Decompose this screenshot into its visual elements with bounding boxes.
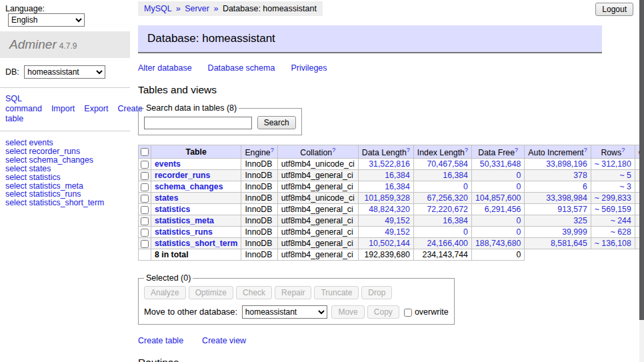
data-free-link[interactable]: 50,331,648: [480, 159, 521, 169]
sidebar-select-states[interactable]: select states: [5, 165, 125, 173]
check-button[interactable]: Check: [236, 286, 272, 299]
move-db-select[interactable]: homeassistant: [242, 305, 327, 319]
create-table-link[interactable]: Create table: [138, 336, 183, 345]
data-length-link[interactable]: 49,152: [385, 216, 410, 225]
data-free-link[interactable]: 0: [517, 216, 521, 225]
data-length-link[interactable]: 49,152: [385, 227, 410, 237]
database-schema-link[interactable]: Database schema: [208, 63, 275, 73]
row-checkbox[interactable]: [141, 240, 149, 248]
rows-link[interactable]: ~ 136,108: [595, 239, 631, 248]
index-length-link[interactable]: 67,256,320: [427, 193, 468, 203]
language-select[interactable]: English: [8, 13, 85, 27]
table-link-statistics_short_term[interactable]: statistics_short_term: [155, 239, 237, 248]
overwrite-option[interactable]: overwrite: [404, 307, 448, 317]
sidebar-select-statistics_short_term[interactable]: select statistics_short_term: [5, 199, 125, 207]
row-checkbox[interactable]: [141, 161, 149, 169]
rows-link[interactable]: ~ 312,180: [595, 159, 631, 169]
auto-increment-link[interactable]: 325: [573, 216, 587, 225]
data-free-link[interactable]: 104,857,600: [475, 193, 521, 203]
logout-button[interactable]: Logout: [595, 3, 633, 16]
data-length-link[interactable]: 31,522,816: [369, 159, 410, 169]
data-length-link[interactable]: 48,824,320: [369, 205, 410, 214]
privileges-link[interactable]: Privileges: [291, 63, 327, 73]
rows-link[interactable]: ~ 628: [611, 227, 631, 237]
auto-increment-link[interactable]: 33,398,984: [546, 193, 587, 203]
sidebar-select-recorder_runs[interactable]: select recorder_runs: [5, 147, 125, 156]
data-free-link[interactable]: 6,291,456: [485, 205, 521, 214]
breadcrumb-mysql-link[interactable]: MySQL: [144, 4, 171, 13]
data-free-link[interactable]: 0: [517, 171, 521, 180]
row-checkbox[interactable]: [141, 217, 149, 225]
help-link[interactable]: ?: [584, 147, 587, 153]
repair-button[interactable]: Repair: [275, 286, 311, 299]
tables-and-views-heading: Tables and views: [138, 84, 610, 96]
auto-increment-link[interactable]: 913,577: [557, 205, 587, 214]
row-checkbox[interactable]: [141, 206, 149, 214]
index-length-link[interactable]: 0: [463, 227, 468, 237]
help-link[interactable]: ?: [621, 147, 625, 153]
auto-increment-link[interactable]: 8,581,645: [551, 239, 587, 248]
table-link-schema_changes[interactable]: schema_changes: [155, 182, 223, 191]
analyze-button[interactable]: Analyze: [144, 286, 186, 299]
auto-increment-cell: 33,898,196: [525, 159, 591, 170]
rows-link[interactable]: ~ 569,159: [595, 205, 631, 214]
row-checkbox[interactable]: [141, 195, 149, 203]
sidebar-select-statistics[interactable]: select statistics: [5, 173, 125, 182]
sidebar-select-schema_changes[interactable]: select schema_changes: [5, 156, 125, 165]
alter-database-link[interactable]: Alter database: [138, 63, 192, 73]
row-checkbox[interactable]: [141, 172, 149, 180]
data-length-link[interactable]: 16,384: [385, 171, 410, 180]
optimize-button[interactable]: Optimize: [189, 286, 233, 299]
data-length-link[interactable]: 16,384: [385, 182, 410, 191]
scrollbar[interactable]: [639, 0, 644, 362]
move-button[interactable]: Move: [331, 305, 364, 319]
create-view-link[interactable]: Create view: [202, 336, 246, 345]
overwrite-checkbox[interactable]: [404, 309, 412, 317]
index-length-link[interactable]: 16,384: [443, 171, 468, 180]
sidebar-select-events[interactable]: select events: [5, 139, 125, 147]
auto-increment-link[interactable]: 378: [573, 171, 587, 180]
row-checkbox[interactable]: [141, 229, 149, 237]
rows-link[interactable]: ~ 3: [619, 182, 631, 191]
auto-increment-link[interactable]: 6: [583, 182, 587, 191]
scrollbar-thumb[interactable]: [639, 0, 644, 320]
import-link[interactable]: Import: [51, 104, 75, 113]
table-link-recorder_runs[interactable]: recorder_runs: [155, 171, 210, 180]
data-length-link[interactable]: 10,502,144: [369, 239, 410, 248]
data-free-link[interactable]: 188,743,680: [475, 239, 521, 248]
table-link-events[interactable]: events: [155, 159, 181, 169]
table-link-states[interactable]: states: [155, 193, 179, 203]
index-length-link[interactable]: 72,220,672: [427, 205, 468, 214]
export-link[interactable]: Export: [84, 104, 108, 113]
sql-command-link[interactable]: SQL command: [5, 94, 42, 113]
index-length-link[interactable]: 16,384: [443, 216, 468, 225]
search-button[interactable]: Search: [257, 116, 296, 129]
help-link[interactable]: ?: [332, 147, 335, 153]
data-free-link[interactable]: 0: [517, 182, 521, 191]
data-length-link[interactable]: 101,859,328: [364, 193, 409, 203]
row-checkbox[interactable]: [141, 183, 149, 191]
help-link[interactable]: ?: [465, 147, 468, 153]
data-free-link[interactable]: 0: [517, 227, 521, 237]
truncate-button[interactable]: Truncate: [314, 286, 359, 299]
rows-link[interactable]: ~ 244: [611, 216, 631, 225]
select-all-checkbox[interactable]: [141, 148, 149, 156]
auto-increment-link[interactable]: 39,999: [562, 227, 587, 237]
help-link[interactable]: ?: [515, 147, 518, 153]
copy-button[interactable]: Copy: [367, 305, 399, 319]
table-link-statistics_runs[interactable]: statistics_runs: [155, 227, 213, 237]
table-link-statistics_meta[interactable]: statistics_meta: [155, 216, 214, 225]
db-select[interactable]: homeassistant: [24, 65, 105, 79]
table-link-statistics[interactable]: statistics: [155, 205, 190, 214]
index-length-link[interactable]: 70,467,584: [427, 159, 468, 169]
drop-button[interactable]: Drop: [361, 286, 392, 299]
search-input[interactable]: [144, 117, 252, 129]
rows-link[interactable]: ~ 5: [619, 171, 631, 180]
auto-increment-link[interactable]: 33,898,196: [546, 159, 587, 169]
rows-link[interactable]: ~ 299,833: [595, 193, 631, 203]
breadcrumb-server-link[interactable]: Server: [185, 4, 209, 13]
index-length-link[interactable]: 24,166,400: [427, 239, 468, 248]
help-link[interactable]: ?: [407, 147, 410, 153]
index-length-link[interactable]: 0: [463, 182, 468, 191]
help-link[interactable]: ?: [271, 147, 274, 153]
